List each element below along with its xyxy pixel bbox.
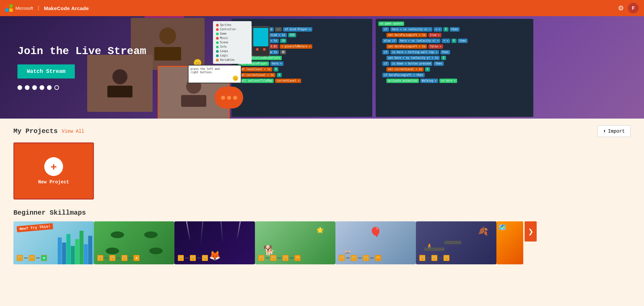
skillmap-adventure-area: 🗺️ bbox=[498, 223, 522, 263]
skillmap-card-5[interactable]: 🎈 🐭 🔒 🔒 🔒 🏆 bbox=[335, 221, 416, 264]
skillmaps-title: Beginner Skillmaps bbox=[13, 209, 631, 217]
handheld-device bbox=[252, 26, 270, 56]
skillmap-path-nodes-1: 🔒 🔒 ★ bbox=[17, 255, 47, 261]
blocks-menu-loops: Loops bbox=[215, 49, 250, 53]
blocks-menu-music: Music bbox=[215, 36, 250, 40]
hero-banner: Join the Live Stream Watch Stream Sprite… bbox=[0, 16, 644, 119]
dialog-box: press the left andright buttons. 😊 bbox=[188, 65, 241, 83]
skillmap-path-nodes-6: 🔒 🔒 🔒 bbox=[419, 255, 449, 261]
header-left: Microsoft | MakeCode Arcade bbox=[5, 4, 89, 12]
carousel-dot-6[interactable] bbox=[54, 85, 59, 90]
new-badge: New? Try This! bbox=[16, 223, 53, 232]
speech-bubble-dots bbox=[221, 96, 237, 100]
skillmap-card-6[interactable]: 🍂 🧍 🔒 🔒 🔒 bbox=[416, 221, 496, 264]
speech-bubble bbox=[215, 87, 243, 108]
skillmap-card-7[interactable]: 🗺️ bbox=[496, 221, 523, 264]
blocks-menu-controller: Controller bbox=[215, 27, 250, 32]
header-right: ⚙ F bbox=[618, 3, 639, 13]
header-divider: | bbox=[38, 5, 39, 11]
blocks-menu-sprites: Sprites bbox=[215, 23, 250, 27]
header: Microsoft | MakeCode Arcade ⚙ F bbox=[0, 0, 644, 16]
blocks-menu-scene: Scene bbox=[215, 40, 250, 45]
carousel-dot-2[interactable] bbox=[25, 85, 30, 90]
projects-cards-row: + New Project bbox=[13, 142, 631, 200]
carousel-dot-1[interactable] bbox=[17, 85, 22, 90]
skillmap-card-3[interactable]: 🦊 🔒 🔒 🔒 bbox=[174, 221, 255, 264]
blocks-menu-info: Info bbox=[215, 45, 250, 49]
view-all-link[interactable]: View All bbox=[62, 129, 84, 134]
skillmaps-section: Beginner Skillmaps New? Try This! bbox=[13, 209, 631, 264]
skillmap-path-nodes-2: 🔒 🔒 🔒 ★ bbox=[97, 255, 140, 261]
blocks-menu-logic: Logic bbox=[215, 53, 250, 58]
skillmap-path-nodes-5: 🔒 🔒 🔒 🏆 bbox=[339, 255, 381, 261]
new-project-label: New Project bbox=[38, 179, 69, 185]
next-icon: ❯ bbox=[528, 227, 534, 235]
carousel-dots bbox=[17, 85, 146, 90]
blocks-menu-game: Game bbox=[215, 32, 250, 36]
import-icon: ⬆ bbox=[603, 128, 606, 134]
microsoft-logo bbox=[5, 4, 13, 12]
avatar-label: F bbox=[632, 5, 635, 11]
blocks-sidebar-menu: Sprites Controller Game Music Scene Info… bbox=[213, 21, 252, 64]
handheld-screen bbox=[253, 28, 268, 46]
skillmap-card-4[interactable]: 🐕 🌟 🔒 🔒 🔒 🏆 bbox=[255, 221, 335, 264]
dialog-emoji: 😊 bbox=[233, 76, 238, 81]
skillmap-moles bbox=[101, 228, 168, 258]
new-project-icon: + bbox=[44, 157, 63, 176]
skillmap-path-nodes-4: 🔒 🔒 🔒 🏆 bbox=[258, 255, 301, 261]
microsoft-label: Microsoft bbox=[15, 6, 33, 11]
main-content: My Projects View All ⬆ Import + New Proj… bbox=[0, 119, 644, 271]
code-editor-right-content: on game update ifhero ▾ vx (velocity x) … bbox=[376, 19, 533, 117]
settings-button[interactable]: ⚙ bbox=[618, 4, 624, 12]
gear-icon: ⚙ bbox=[618, 4, 624, 12]
skillmap-towers bbox=[58, 221, 92, 264]
import-label: Import bbox=[608, 129, 625, 134]
projects-header-left: My Projects View All bbox=[13, 127, 84, 135]
skillmaps-next-button[interactable]: ❯ bbox=[525, 221, 537, 242]
person3-body bbox=[181, 95, 206, 107]
skillmap-path-nodes-3: 🔒 🔒 🔒 bbox=[178, 255, 208, 261]
projects-section: My Projects View All ⬆ Import + New Proj… bbox=[13, 125, 631, 200]
header-app-title: MakeCode Arcade bbox=[44, 5, 89, 11]
dialog-text: press the left andright buttons. bbox=[191, 68, 239, 75]
person1-body bbox=[154, 47, 181, 60]
skillmaps-grid: New? Try This! 🔒 🔒 bbox=[13, 221, 631, 264]
carousel-dot-3[interactable] bbox=[32, 85, 37, 90]
skillmap-card-2[interactable]: 🔒 🔒 🔒 ★ bbox=[94, 221, 174, 264]
carousel-dot-4[interactable] bbox=[40, 85, 44, 90]
person1-head bbox=[159, 28, 176, 44]
stage-character: 🦊 bbox=[209, 250, 221, 261]
carousel-dot-5[interactable] bbox=[47, 85, 52, 90]
user-avatar-button[interactable]: F bbox=[628, 3, 639, 13]
blocks-menu-variables: Variables bbox=[215, 58, 250, 62]
code-editor-right: on game update ifhero ▾ vx (velocity x) … bbox=[376, 19, 533, 117]
new-project-card[interactable]: + New Project bbox=[13, 142, 94, 200]
projects-header: My Projects View All ⬆ Import bbox=[13, 125, 631, 137]
skillmap-card-1[interactable]: New? Try This! 🔒 🔒 bbox=[13, 221, 94, 264]
watch-stream-button[interactable]: Watch Stream bbox=[17, 64, 75, 79]
projects-section-title: My Projects bbox=[13, 127, 58, 135]
import-button[interactable]: ⬆ Import bbox=[597, 125, 631, 137]
microsoft-logo-area: Microsoft | MakeCode Arcade bbox=[5, 4, 89, 12]
handheld-buttons bbox=[252, 47, 269, 51]
hero-text-area: Join the Live Stream Watch Stream bbox=[17, 45, 146, 90]
hero-title: Join the Live Stream bbox=[17, 45, 146, 57]
